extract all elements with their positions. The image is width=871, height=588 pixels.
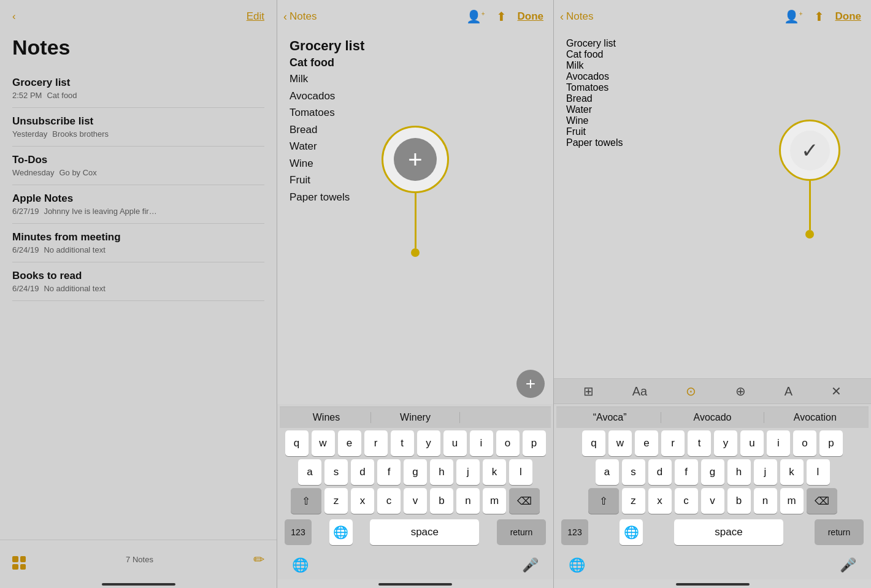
key-e[interactable]: e bbox=[338, 430, 361, 456]
key-m[interactable]: m bbox=[780, 488, 804, 514]
key-c[interactable]: c bbox=[377, 488, 401, 514]
mid-globe-key[interactable]: 🌐 bbox=[329, 519, 353, 545]
key-r[interactable]: r bbox=[364, 430, 388, 456]
right-done-button[interactable]: Done bbox=[835, 10, 862, 23]
mid-globe-icon[interactable]: 🌐 bbox=[292, 557, 309, 573]
key-n[interactable]: n bbox=[456, 488, 480, 514]
right-return-key[interactable]: return bbox=[815, 519, 864, 545]
mid-mic-icon[interactable]: 🎤 bbox=[522, 557, 539, 573]
key-p[interactable]: p bbox=[523, 430, 546, 456]
grid-view-button[interactable] bbox=[12, 550, 26, 570]
toolbar-font-icon[interactable]: Aa bbox=[632, 384, 647, 399]
note-item[interactable]: Grocery list 2:52 PMCat food bbox=[12, 69, 264, 108]
right-globe-icon[interactable]: 🌐 bbox=[569, 557, 585, 573]
right-share-icon[interactable]: ⬆ bbox=[814, 9, 824, 24]
mid-share-icon[interactable]: ⬆ bbox=[496, 9, 507, 24]
mid-done-button[interactable]: Done bbox=[518, 10, 544, 23]
key-f[interactable]: f bbox=[377, 459, 401, 485]
delete-key[interactable]: ⌫ bbox=[807, 488, 837, 514]
key-q[interactable]: q bbox=[285, 430, 309, 456]
mid-return-key[interactable]: return bbox=[497, 519, 546, 545]
key-y[interactable]: y bbox=[714, 430, 737, 456]
autocorrect-avoca[interactable]: “Avoca” bbox=[559, 412, 661, 423]
key-e[interactable]: e bbox=[635, 430, 658, 456]
left-edit-button[interactable]: Edit bbox=[247, 10, 264, 23]
right-back-chevron[interactable]: ‹ bbox=[560, 10, 564, 23]
key-z[interactable]: z bbox=[324, 488, 348, 514]
key-u[interactable]: u bbox=[740, 430, 764, 456]
key-m[interactable]: m bbox=[483, 488, 506, 514]
left-back-button[interactable]: ‹ bbox=[12, 10, 16, 23]
right-shift-key[interactable]: ⇧ bbox=[588, 488, 619, 514]
key-a[interactable]: a bbox=[596, 459, 619, 485]
mid-space-key[interactable]: space bbox=[370, 519, 479, 545]
key-v[interactable]: v bbox=[404, 488, 427, 514]
key-d[interactable]: d bbox=[351, 459, 374, 485]
key-p[interactable]: p bbox=[819, 430, 843, 456]
key-l[interactable]: l bbox=[509, 459, 532, 485]
key-u[interactable]: u bbox=[443, 430, 467, 456]
right-notes-link[interactable]: Notes bbox=[566, 10, 593, 23]
autocorrect-avocado[interactable]: Avocado bbox=[661, 412, 764, 423]
toolbar-close-icon[interactable]: ✕ bbox=[831, 384, 842, 399]
note-item[interactable]: Unsubscribe list YesterdayBrooks brother… bbox=[12, 108, 264, 147]
compose-button[interactable]: ✏ bbox=[253, 552, 264, 568]
autocorrect-winery[interactable]: Winery bbox=[370, 412, 460, 423]
toolbar-format-icon[interactable]: A bbox=[785, 384, 792, 399]
key-t[interactable]: t bbox=[688, 430, 711, 456]
key-s[interactable]: s bbox=[622, 459, 645, 485]
key-s[interactable]: s bbox=[324, 459, 348, 485]
key-w[interactable]: w bbox=[312, 430, 335, 456]
key-v[interactable]: v bbox=[701, 488, 724, 514]
key-a[interactable]: a bbox=[298, 459, 321, 485]
mid-shift-key[interactable]: ⇧ bbox=[291, 488, 321, 514]
right-globe-key[interactable]: 🌐 bbox=[620, 519, 643, 545]
floating-add-button[interactable]: + bbox=[516, 370, 545, 398]
key-k[interactable]: k bbox=[483, 459, 506, 485]
mid-numbers-key[interactable]: 123 bbox=[285, 519, 312, 545]
delete-key[interactable]: ⌫ bbox=[509, 488, 540, 514]
key-w[interactable]: w bbox=[608, 430, 632, 456]
key-b[interactable]: b bbox=[430, 488, 453, 514]
key-z[interactable]: z bbox=[622, 488, 645, 514]
toolbar-add-icon[interactable]: ⊕ bbox=[735, 384, 746, 399]
key-j[interactable]: j bbox=[754, 459, 777, 485]
key-o[interactable]: o bbox=[496, 430, 520, 456]
key-h[interactable]: h bbox=[430, 459, 453, 485]
key-j[interactable]: j bbox=[456, 459, 480, 485]
key-l[interactable]: l bbox=[807, 459, 830, 485]
autocorrect-avocation[interactable]: Avocation bbox=[764, 412, 866, 423]
key-h[interactable]: h bbox=[727, 459, 751, 485]
key-x[interactable]: x bbox=[648, 488, 672, 514]
key-i[interactable]: i bbox=[767, 430, 790, 456]
key-i[interactable]: i bbox=[470, 430, 493, 456]
key-d[interactable]: d bbox=[648, 459, 672, 485]
mid-person-icon[interactable]: 👤+ bbox=[466, 9, 485, 24]
right-numbers-key[interactable]: 123 bbox=[561, 519, 588, 545]
right-mic-icon[interactable]: 🎤 bbox=[840, 557, 856, 573]
right-space-key[interactable]: space bbox=[674, 519, 783, 545]
key-g[interactable]: g bbox=[701, 459, 724, 485]
key-f[interactable]: f bbox=[675, 459, 698, 485]
key-r[interactable]: r bbox=[661, 430, 685, 456]
key-o[interactable]: o bbox=[793, 430, 816, 456]
key-b[interactable]: b bbox=[727, 488, 751, 514]
key-g[interactable]: g bbox=[404, 459, 427, 485]
key-n[interactable]: n bbox=[754, 488, 777, 514]
toolbar-table-icon[interactable]: ⊞ bbox=[583, 384, 594, 399]
note-item[interactable]: Books to read 6/24/19No additional text bbox=[12, 262, 264, 301]
key-y[interactable]: y bbox=[417, 430, 440, 456]
key-c[interactable]: c bbox=[675, 488, 698, 514]
note-item[interactable]: To-Dos WednesdayGo by Cox bbox=[12, 147, 264, 185]
mid-notes-link[interactable]: Notes bbox=[290, 10, 317, 23]
note-item[interactable]: Apple Notes 6/27/19Johnny Ive is leaving… bbox=[12, 185, 264, 224]
toolbar-check-icon[interactable]: ⊙ bbox=[686, 384, 696, 399]
key-t[interactable]: t bbox=[391, 430, 414, 456]
key-q[interactable]: q bbox=[582, 430, 605, 456]
key-x[interactable]: x bbox=[351, 488, 374, 514]
key-k[interactable]: k bbox=[780, 459, 804, 485]
mid-back-chevron[interactable]: ‹ bbox=[283, 10, 287, 23]
right-person-icon[interactable]: 👤+ bbox=[784, 9, 803, 24]
note-item[interactable]: Minutes from meeting 6/24/19No additiona… bbox=[12, 224, 264, 262]
autocorrect-wines[interactable]: Wines bbox=[282, 412, 370, 423]
